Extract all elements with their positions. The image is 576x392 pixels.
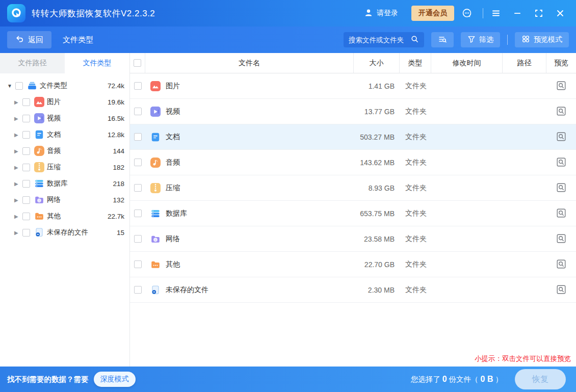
open-membership-button[interactable]: 开通会员: [411, 6, 454, 21]
table-row-unsaved[interactable]: 未保存的文件 2.30 MB 文件夹: [130, 277, 576, 303]
back-arrow-icon: [15, 35, 24, 45]
header-time[interactable]: 修改时间: [431, 53, 503, 73]
login-button[interactable]: 请登录: [364, 8, 398, 19]
row-type: 文件夹: [400, 260, 431, 269]
deep-mode-button[interactable]: 深度模式: [94, 372, 136, 387]
expand-arrow-icon[interactable]: ▶: [14, 197, 22, 203]
row-checkbox[interactable]: [134, 82, 142, 90]
search-box[interactable]: [344, 32, 424, 47]
tree-item-checkbox[interactable]: [22, 229, 30, 237]
back-label: 返回: [28, 35, 43, 45]
file-type-icon: [150, 81, 161, 91]
expand-arrow-icon[interactable]: ▶: [14, 148, 22, 154]
preview-icon[interactable]: [556, 182, 567, 194]
table-row-image[interactable]: 图片 1.41 GB 文件夹: [130, 73, 576, 99]
row-checkbox[interactable]: [134, 210, 142, 217]
tree-item-checkbox[interactable]: [22, 164, 30, 171]
minimize-icon[interactable]: [509, 6, 526, 21]
tree-item-checkbox[interactable]: [22, 115, 30, 122]
row-name: 未保存的文件: [166, 285, 208, 295]
expand-arrow-icon[interactable]: ▶: [14, 116, 22, 121]
tree-item-database[interactable]: ▶ 数据库 218: [0, 175, 129, 192]
row-name: 图片: [166, 82, 180, 91]
preview-icon[interactable]: [556, 233, 567, 245]
expand-arrow-icon[interactable]: ▶: [14, 165, 22, 170]
preview-icon[interactable]: [556, 132, 567, 143]
expand-arrow-icon[interactable]: ▶: [14, 181, 22, 187]
tree-item-checkbox[interactable]: [22, 147, 30, 155]
tree-item-audio[interactable]: ▶ 音频 144: [0, 143, 129, 159]
row-checkbox[interactable]: [134, 108, 142, 115]
tree-item-checkbox[interactable]: [22, 131, 30, 139]
tree-item-other[interactable]: ▶ 其他 22.7k: [0, 208, 129, 224]
tree-item-zip[interactable]: ▶ 压缩 182: [0, 159, 129, 175]
preview-tip: 小提示：双击文件可以直接预览: [475, 354, 571, 363]
table-row-other[interactable]: 其他 22.70 GB 文件夹: [130, 252, 576, 277]
tree-item-unsaved[interactable]: ▶ 未保存的文件 15: [0, 224, 129, 241]
preview-icon[interactable]: [556, 106, 567, 117]
tree-item-image[interactable]: ▶ 图片 19.6k: [0, 94, 129, 110]
tree-item-checkbox[interactable]: [22, 213, 30, 220]
recover-button[interactable]: 恢复: [515, 369, 566, 389]
tree-item-count: 19.6k: [108, 98, 124, 106]
search-input[interactable]: [349, 36, 410, 44]
row-type: 文件夹: [400, 158, 431, 167]
header-size[interactable]: 大小: [354, 53, 400, 73]
deep-scan-question: 找不到需要的数据？需要: [7, 375, 89, 384]
row-checkbox[interactable]: [134, 260, 142, 268]
tree-item-checkbox[interactable]: [15, 82, 23, 90]
filter-button[interactable]: 筛选: [461, 32, 500, 47]
preview-icon[interactable]: [556, 284, 567, 296]
tree-item-video[interactable]: ▶ 视频 16.5k: [0, 110, 129, 126]
header-path[interactable]: 路径: [503, 53, 546, 73]
preview-icon[interactable]: [556, 81, 567, 92]
expand-arrow-icon[interactable]: ▶: [14, 214, 22, 219]
select-all-checkbox[interactable]: [134, 59, 141, 67]
expand-arrow-icon[interactable]: ▶: [14, 99, 22, 105]
search-icon[interactable]: [410, 35, 419, 45]
maximize-icon[interactable]: [530, 6, 547, 21]
file-type-icon: [34, 178, 44, 189]
tree-item-checkbox[interactable]: [22, 180, 30, 188]
preview-icon[interactable]: [556, 157, 567, 168]
expand-arrow-icon[interactable]: ▶: [14, 132, 22, 138]
row-checkbox[interactable]: [134, 159, 142, 166]
selected-size: 0 B: [481, 375, 493, 384]
row-checkbox[interactable]: [134, 133, 142, 141]
table-row-doc[interactable]: 文档 503.27 MB 文件夹: [130, 124, 576, 150]
expand-arrow-icon[interactable]: ▼: [7, 83, 15, 89]
row-name: 数据库: [166, 209, 187, 218]
back-button[interactable]: 返回: [7, 31, 51, 48]
filter-funnel-icon: [467, 35, 476, 45]
customer-service-icon[interactable]: [458, 6, 476, 21]
tree-item-all-files[interactable]: ▼ 文件类型 72.4k: [0, 77, 129, 94]
close-icon[interactable]: [552, 6, 569, 21]
row-check-cell: [130, 159, 145, 166]
row-checkbox[interactable]: [134, 235, 142, 243]
row-checkbox[interactable]: [134, 184, 142, 192]
row-checkbox[interactable]: [134, 286, 142, 294]
table-row-audio[interactable]: 音频 143.62 MB 文件夹: [130, 150, 576, 175]
expand-arrow-icon[interactable]: ▶: [14, 230, 22, 236]
table-row-database[interactable]: 数据库 653.75 MB 文件夹: [130, 201, 576, 226]
header-name[interactable]: 文件名: [145, 53, 354, 73]
tree-item-checkbox[interactable]: [22, 98, 30, 106]
tree-item-network[interactable]: ▶ 网络 132: [0, 192, 129, 208]
preview-icon[interactable]: [556, 208, 567, 219]
tree-item-doc[interactable]: ▶ 文档 12.8k: [0, 126, 129, 143]
tree-item-label: 未保存的文件: [47, 228, 88, 237]
tab-file-path[interactable]: 文件路径: [0, 53, 65, 73]
preview-mode-button[interactable]: 预览模式: [515, 32, 569, 47]
file-type-icon: [150, 132, 161, 142]
tree-item-checkbox[interactable]: [22, 196, 30, 204]
table-row-network[interactable]: 网络 23.58 MB 文件夹: [130, 226, 576, 252]
table-row-video[interactable]: 视频 13.77 GB 文件夹: [130, 99, 576, 124]
header-type[interactable]: 类型: [400, 53, 431, 73]
menu-icon[interactable]: [487, 6, 505, 21]
app-window: 转转大师数据恢复软件V2.2.3.2 请登录 开通会员: [0, 0, 576, 392]
row-size: 503.27 MB: [354, 133, 400, 141]
list-search-button[interactable]: [431, 32, 454, 47]
preview-icon[interactable]: [556, 259, 567, 270]
tab-file-type[interactable]: 文件类型: [65, 53, 129, 73]
table-row-zip[interactable]: 压缩 8.93 GB 文件夹: [130, 175, 576, 201]
